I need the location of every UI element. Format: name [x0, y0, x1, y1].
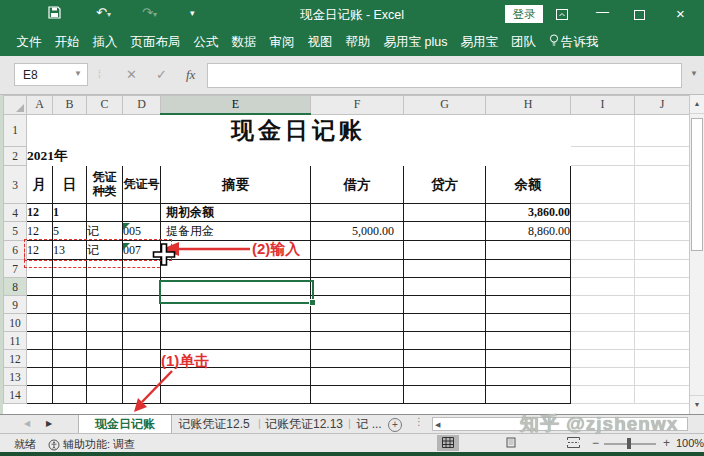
row-header-3[interactable]: 3 — [4, 166, 27, 204]
cell[interactable] — [404, 314, 486, 332]
scroll-down-icon[interactable]: ▼ — [690, 395, 704, 414]
col-header-C[interactable]: C — [87, 96, 123, 115]
cell[interactable] — [123, 204, 161, 222]
cell[interactable] — [571, 166, 635, 204]
row-header-14[interactable]: 14 — [4, 386, 27, 404]
header-credit[interactable]: 贷方 — [404, 166, 486, 204]
cell-H4[interactable]: 3,860.00 — [486, 204, 571, 222]
row-header-5[interactable]: 5 — [4, 222, 27, 241]
cell-F5[interactable]: 5,000.00 — [311, 222, 404, 241]
cell[interactable] — [486, 278, 571, 296]
new-sheet-icon[interactable]: + — [388, 418, 402, 432]
cell[interactable] — [87, 332, 123, 350]
name-box[interactable]: E8 ▼ — [14, 63, 88, 86]
tab-page-layout[interactable]: 页面布局 — [124, 34, 187, 51]
cell[interactable] — [571, 260, 635, 278]
cell[interactable] — [486, 332, 571, 350]
cell[interactable] — [635, 147, 690, 166]
sheet-tab-active[interactable]: 现金日记账 — [78, 415, 172, 433]
cell[interactable] — [311, 386, 404, 404]
sheet-title-cell[interactable]: 现金日记账 — [27, 114, 571, 147]
cell[interactable] — [571, 386, 635, 404]
scroll-left-icon[interactable]: ◀ — [435, 421, 440, 429]
cell[interactable] — [404, 260, 486, 278]
zoom-out-icon[interactable]: − — [592, 436, 599, 450]
cell[interactable] — [635, 204, 690, 222]
header-day[interactable]: 日 — [53, 166, 87, 204]
cell[interactable] — [486, 296, 571, 314]
cell[interactable] — [635, 241, 690, 260]
prev-sheet-icon[interactable]: ◀ — [24, 419, 30, 428]
cell[interactable] — [53, 332, 87, 350]
name-box-dropdown-icon[interactable]: ▼ — [74, 69, 82, 78]
cell[interactable] — [87, 368, 123, 386]
row-header-10[interactable]: 10 — [4, 314, 27, 332]
active-cell-selection[interactable] — [159, 280, 314, 304]
cell[interactable] — [635, 314, 690, 332]
tab-insert[interactable]: 插入 — [86, 34, 124, 51]
accessibility-status[interactable]: 辅助功能: 调查 — [63, 437, 135, 452]
expand-formula-bar-icon[interactable]: ▼ — [690, 69, 698, 78]
cell[interactable] — [635, 278, 690, 296]
header-voucher-type[interactable]: 凭证种类 — [87, 166, 123, 204]
cell[interactable] — [571, 241, 635, 260]
cell[interactable] — [635, 296, 690, 314]
row-header-12[interactable]: 12 — [4, 350, 27, 368]
cell[interactable] — [571, 114, 635, 147]
cell[interactable] — [635, 222, 690, 241]
header-voucher-no[interactable]: 凭证号 — [123, 166, 161, 204]
tell-me-label[interactable]: 告诉我 — [561, 34, 605, 51]
cell-A4[interactable]: 12 — [27, 204, 53, 222]
tab-formulas[interactable]: 公式 — [187, 34, 225, 51]
cell[interactable] — [404, 386, 486, 404]
cell[interactable] — [571, 350, 635, 368]
cell[interactable] — [87, 296, 123, 314]
vertical-scrollbar[interactable]: ▲ ▼ — [689, 95, 704, 414]
cell[interactable] — [404, 332, 486, 350]
cell[interactable] — [53, 278, 87, 296]
cell[interactable] — [27, 368, 53, 386]
cell[interactable] — [161, 314, 311, 332]
cell[interactable] — [635, 350, 690, 368]
cell[interactable] — [635, 386, 690, 404]
ribbon-display-options-icon[interactable] — [556, 8, 568, 23]
zoom-in-icon[interactable]: + — [663, 436, 670, 450]
cell[interactable] — [311, 241, 404, 260]
cell[interactable] — [404, 278, 486, 296]
cell[interactable] — [53, 350, 87, 368]
close-button[interactable]: × — [676, 5, 685, 22]
cell[interactable] — [123, 296, 161, 314]
page-break-view-icon[interactable] — [562, 435, 584, 451]
cell[interactable] — [123, 350, 161, 368]
cell[interactable] — [635, 368, 690, 386]
zoom-slider-handle[interactable] — [627, 438, 631, 449]
insert-function-icon[interactable]: fx — [186, 67, 195, 83]
cell[interactable] — [571, 204, 635, 222]
cell[interactable] — [27, 332, 53, 350]
cell[interactable] — [87, 278, 123, 296]
formula-input[interactable] — [207, 63, 682, 88]
cell[interactable] — [486, 386, 571, 404]
tell-me-lightbulb-icon[interactable] — [542, 34, 561, 50]
cell[interactable] — [87, 386, 123, 404]
cell[interactable] — [53, 296, 87, 314]
tab-file[interactable]: 文件 — [10, 34, 48, 51]
cell-E5[interactable]: 提备用金 — [161, 222, 311, 241]
cell[interactable] — [571, 332, 635, 350]
cell[interactable] — [53, 386, 87, 404]
tab-review[interactable]: 审阅 — [263, 34, 301, 51]
cell[interactable] — [571, 368, 635, 386]
cell[interactable] — [571, 314, 635, 332]
tab-view[interactable]: 视图 — [301, 34, 339, 51]
tab-options-dots-icon[interactable]: ⋮ — [414, 416, 424, 427]
col-header-G[interactable]: G — [404, 96, 486, 115]
page-layout-view-icon[interactable] — [500, 435, 522, 451]
col-header-F[interactable]: F — [311, 96, 404, 115]
header-summary[interactable]: 摘要 — [161, 166, 311, 204]
cell[interactable] — [486, 314, 571, 332]
cell-C5[interactable]: 记 — [87, 222, 123, 241]
cell[interactable] — [123, 314, 161, 332]
cell[interactable] — [486, 260, 571, 278]
cell[interactable] — [571, 222, 635, 241]
cell[interactable] — [27, 314, 53, 332]
